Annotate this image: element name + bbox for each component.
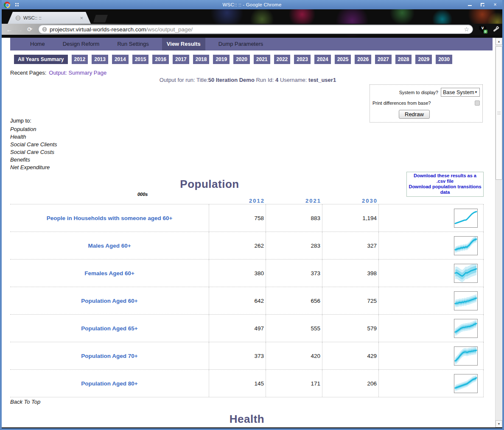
table-row: Population Aged 70+ 373 420 429	[10, 342, 484, 370]
scrollbar-track[interactable]	[496, 45, 502, 420]
sparkline-chart	[454, 291, 478, 310]
window-titlebar: WSC:: :: - Google Chrome ×	[2, 0, 502, 9]
units-label-partial: 000s	[146, 427, 493, 427]
sparkline-chart	[454, 374, 478, 393]
value-2021: 373	[266, 260, 322, 287]
new-tab-button[interactable]	[93, 15, 108, 22]
jump-to-block: Jump to: Population Health Social Care C…	[10, 117, 493, 171]
value-2012: 145	[209, 370, 266, 397]
nav-item[interactable]: Design Reform	[58, 38, 104, 50]
row-label-link[interactable]: Population Aged 65+	[81, 325, 137, 332]
browser-chrome-theme: WSC:: :: × ← → ⟳ projectsvr.virtual-worl…	[2, 9, 502, 38]
row-label-link[interactable]: People in Households with someone aged 6…	[47, 215, 173, 221]
scrollbar-thumb[interactable]	[496, 46, 502, 180]
recent-pages: Recent Pages:Output: Summary Page	[10, 70, 493, 76]
row-label-link[interactable]: Population Aged 80+	[81, 380, 137, 387]
forward-button[interactable]: →	[14, 26, 25, 33]
year-button[interactable]: 2013	[92, 55, 108, 64]
run-info: Output for run: Title:50 Iteration Demo …	[10, 77, 485, 83]
sparkline-chart	[454, 319, 478, 338]
row-label-link[interactable]: Males Aged 60+	[88, 243, 131, 249]
year-button[interactable]: 2029	[415, 55, 432, 64]
extension-icon[interactable]: 0	[479, 26, 486, 33]
bookmark-star-icon[interactable]: ☆	[464, 26, 469, 32]
table-row: People in Households with someone aged 6…	[10, 204, 484, 232]
run-id: 4	[275, 77, 278, 83]
system-display-panel: System to display? Base System▼ Print di…	[370, 84, 483, 123]
back-to-top-link[interactable]: Back To Top	[10, 399, 40, 405]
print-differences-checkbox[interactable]	[475, 101, 480, 106]
year-button[interactable]: 2016	[152, 55, 169, 64]
year-button[interactable]: 2015	[132, 55, 149, 64]
scroll-down-arrow[interactable]: ▼	[496, 420, 502, 427]
year-button[interactable]: 2024	[314, 55, 331, 64]
value-2012: 262	[209, 232, 266, 259]
health-heading: Health	[10, 413, 484, 425]
jump-link[interactable]: Social Care Costs	[10, 148, 493, 156]
wrench-menu-icon[interactable]	[492, 26, 499, 33]
minimize-button[interactable]	[467, 2, 473, 8]
year-button[interactable]: 2026	[355, 55, 371, 64]
back-button[interactable]: ←	[4, 26, 14, 33]
year-button[interactable]: 2028	[395, 55, 412, 64]
redraw-button[interactable]: Redraw	[399, 110, 430, 119]
value-2030: 327	[322, 232, 379, 259]
year-button[interactable]: 2027	[375, 55, 392, 64]
year-button[interactable]: 2017	[173, 55, 189, 64]
year-button[interactable]: 2021	[254, 55, 270, 64]
value-2030: 725	[322, 287, 379, 314]
year-button[interactable]: 2022	[274, 55, 291, 64]
year-button[interactable]: 2023	[294, 55, 311, 64]
sparkline-chart	[454, 264, 478, 283]
value-2030: 398	[322, 260, 379, 287]
year-button-row: All Years Summary 2012 2013 2014 2015 20…	[14, 55, 493, 64]
chevron-down-icon: ▼	[474, 90, 478, 94]
nav-item[interactable]: Dump Parameters	[214, 38, 268, 50]
nav-item[interactable]: Run Settings	[112, 38, 153, 50]
year-button[interactable]: 2012	[72, 55, 88, 64]
system-to-display-label: System to display?	[399, 90, 438, 95]
year-button[interactable]: 2018	[193, 55, 210, 64]
all-years-summary-button[interactable]: All Years Summary	[14, 55, 68, 64]
column-header: 2030	[322, 198, 379, 204]
page-scrollbar[interactable]: ▲ ▼	[495, 38, 502, 427]
table-row: Population Aged 80+ 145 171 206	[10, 370, 484, 397]
row-label-link[interactable]: Females Aged 60+	[84, 270, 134, 276]
value-2021: 171	[266, 370, 322, 397]
year-button[interactable]: 2014	[112, 55, 129, 64]
value-2021: 883	[266, 204, 322, 232]
globe-favicon-icon	[15, 15, 21, 21]
row-label-link[interactable]: Population Aged 60+	[81, 298, 137, 304]
scroll-up-arrow[interactable]: ▲	[496, 38, 502, 45]
sparkline-chart	[454, 346, 478, 366]
reload-button[interactable]: ⟳	[25, 26, 35, 32]
jump-link[interactable]: Population	[10, 126, 493, 133]
year-button[interactable]: 2020	[233, 55, 250, 64]
jump-link[interactable]: Social Care Clients	[10, 141, 493, 148]
download-link[interactable]: Download these results as a .csv file	[409, 173, 482, 184]
value-2021: 555	[266, 315, 322, 342]
year-button[interactable]: 2025	[335, 55, 351, 64]
nav-item[interactable]: View Results	[162, 38, 205, 50]
browser-tab[interactable]: WSC:: :: ×	[8, 12, 91, 24]
close-button[interactable]: ×	[492, 2, 498, 8]
address-bar[interactable]: projectsvr.virtual-worlds-research.com/w…	[38, 25, 473, 34]
row-label-link[interactable]: Population Aged 70+	[81, 353, 137, 359]
jump-link[interactable]: Health	[10, 133, 493, 141]
web-page: Home Design Reform Run Settings View Res…	[2, 38, 495, 427]
year-button[interactable]: 2030	[436, 55, 452, 64]
tab-close-icon[interactable]: ×	[80, 15, 83, 21]
nav-item[interactable]: Home	[25, 38, 50, 50]
year-button[interactable]: 2019	[213, 55, 230, 64]
window-title: WSC:: :: - Google Chrome	[2, 2, 502, 7]
jump-link[interactable]: Benefits	[10, 156, 493, 164]
recent-page-link[interactable]: Output: Summary Page	[49, 70, 106, 76]
url-text: projectsvr.virtual-worlds-research.com/w…	[50, 26, 464, 33]
jump-link[interactable]: Net Expenditure	[10, 164, 493, 171]
browser-window: WSC:: :: - Google Chrome × WSC:: :: × ← …	[0, 0, 504, 430]
column-header: 2021	[266, 198, 322, 204]
system-select[interactable]: Base System▼	[441, 88, 480, 97]
maximize-button[interactable]	[479, 2, 485, 8]
download-link[interactable]: Download population transitions data	[409, 184, 482, 195]
tab-strip: WSC:: :: ×	[2, 9, 502, 24]
